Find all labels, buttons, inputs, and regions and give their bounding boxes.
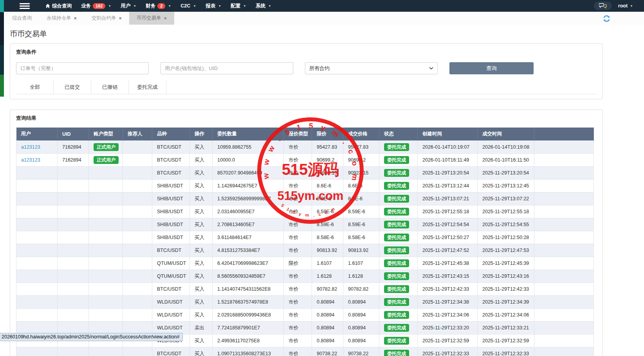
- table-row: WLD/USDT买入2.0291688500999436E8市价0.808940…: [16, 309, 594, 322]
- tab-perpetual-positions[interactable]: 永续持仓单 ✖: [39, 12, 84, 25]
- close-icon[interactable]: ✖: [164, 16, 167, 20]
- close-icon[interactable]: ✖: [74, 16, 77, 20]
- account-type-badge: 正式用户: [94, 156, 119, 164]
- status-badge: 委托完成: [384, 324, 409, 332]
- status-badge: 委托完成: [384, 337, 409, 345]
- messages-button[interactable]: [594, 2, 612, 10]
- table-row: SHIB/USDT买入2.7086134605E7市价8.59E-68.59E-…: [16, 218, 594, 231]
- table-row: SHIB/USDT买入2.0314600955E7市价8.59E-68.59E-…: [16, 205, 594, 218]
- chevron-down-icon: ▼: [218, 4, 221, 8]
- chat-icon: [599, 3, 607, 9]
- refresh-button[interactable]: [603, 15, 610, 24]
- table-row: WLD/USDT卖出7.724185879901E7市价0.808940.808…: [16, 322, 594, 334]
- nav-item-business[interactable]: 业务 182 ▼: [76, 0, 116, 12]
- search-button[interactable]: 查询: [449, 62, 534, 74]
- query-conditions-panel: 查询条件 所有合约 查询 全部 已提交 已撤销 委托完成: [10, 43, 603, 99]
- user-menu[interactable]: root ▼: [618, 3, 633, 9]
- table-row: SHIB/USDT买入3.611484614E7市价8.58E-68.58E-6…: [16, 231, 594, 244]
- nav-item-c2c[interactable]: C2C ▼: [176, 0, 201, 12]
- page-title: 币币交易单: [10, 29, 644, 39]
- status-bar-url: 20260109hd.haiwaiym26.top/admin2025/norm…: [0, 333, 183, 341]
- tab-delivery-contracts[interactable]: 交割合约单 ✖: [84, 12, 129, 25]
- status-badge: 委托完成: [384, 195, 409, 203]
- nav-item-reports[interactable]: 报表 ▼: [201, 0, 226, 12]
- top-navbar: 综合查询 业务 182 ▼ 用户 ▼ 财务 2 ▼ C2C ▼ 报表 ▼ 配置 …: [0, 0, 644, 12]
- chevron-down-icon: ▼: [108, 4, 111, 8]
- chevron-down-icon: ▼: [630, 4, 633, 8]
- refresh-icon: [603, 15, 610, 22]
- table-header-row: 用户 UID 账户类型 推荐人 品种 操作 委托数量 报价类型 限价 成交价格 …: [16, 128, 594, 141]
- chevron-down-icon: [429, 67, 433, 70]
- table-row: a1231237162894正式用户BTC/USDT买入10000.0市价906…: [16, 154, 594, 167]
- status-badge: 委托完成: [384, 182, 409, 190]
- status-badge: 委托完成: [384, 350, 409, 356]
- table-row: BTC/USDT买入1.090713135608273E13市价90738.22…: [16, 347, 594, 356]
- query-conditions-heading: 查询条件: [16, 49, 597, 56]
- tab-spot-orders[interactable]: 币币交易单 ✖: [129, 12, 174, 25]
- status-badge: 委托完成: [384, 298, 409, 306]
- user-link[interactable]: a123123: [21, 157, 40, 163]
- table-row: a1231237162894正式用户BTC/USDT买入10959.886275…: [16, 141, 594, 154]
- chevron-down-icon: ▼: [168, 4, 171, 8]
- status-badge: 委托完成: [384, 156, 409, 164]
- table-row: QTUM/USDT买入8.56055609324859E7市价1.61281.6…: [16, 270, 594, 283]
- status-badge: 委托完成: [384, 246, 409, 254]
- status-badge: 委托完成: [384, 272, 409, 280]
- filter-all[interactable]: 全部: [16, 81, 54, 94]
- finance-count-badge: 2: [157, 3, 165, 9]
- query-results-panel: 查询结果 用户 UID 账户类型 推荐人 品种 操作 委托数量 报价类型 限价 …: [10, 110, 603, 356]
- nav-item-config[interactable]: 配置 ▼: [226, 0, 251, 12]
- orders-table: 用户 UID 账户类型 推荐人 品种 操作 委托数量 报价类型 限价 成交价格 …: [16, 128, 594, 356]
- nav-item-finance[interactable]: 财务 2 ▼: [141, 0, 176, 12]
- status-badge: 委托完成: [384, 143, 409, 151]
- filter-completed[interactable]: 委托完成: [129, 81, 166, 94]
- chevron-down-icon: ▼: [193, 4, 196, 8]
- chevron-down-icon: ▼: [268, 4, 271, 8]
- nav-item-users[interactable]: 用户 ▼: [116, 0, 141, 12]
- table-row: SHIB/USDT买入1.14269442675E7市价8.6E-68.6E-6…: [16, 180, 594, 192]
- nav-item-overview[interactable]: 综合查询: [41, 0, 76, 12]
- close-icon[interactable]: ✖: [119, 16, 122, 20]
- table-row: BTC/USDT买入8570207.904986499市价90923.15909…: [16, 167, 594, 180]
- table-row: SHIB/USDT买入1.5235925689999998E7市价8.6E-68…: [16, 192, 594, 205]
- table-row: WLD/USDT买入1.521876637574978E8市价0.808940.…: [16, 296, 594, 309]
- business-count-badge: 182: [93, 3, 105, 9]
- orders-table-body: a1231237162894正式用户BTC/USDT买入10959.886275…: [16, 141, 594, 356]
- account-type-badge: 正式用户: [94, 143, 119, 151]
- nav-item-system[interactable]: 系统 ▼: [251, 0, 276, 12]
- status-filter-tabs: 全部 已提交 已撤销 委托完成: [16, 81, 597, 94]
- query-results-heading: 查询结果: [16, 115, 597, 122]
- tab-bar: 综合查询 永续持仓单 ✖ 交割合约单 ✖ 币币交易单 ✖: [0, 12, 644, 25]
- chevron-down-icon: ▼: [243, 4, 246, 8]
- chevron-down-icon: ▼: [133, 4, 136, 8]
- hamburger-menu-icon[interactable]: [20, 2, 30, 10]
- filter-cancelled[interactable]: 已撤销: [91, 81, 129, 94]
- username-uid-input[interactable]: [161, 62, 293, 74]
- status-badge: 委托完成: [384, 259, 409, 267]
- status-badge: 委托完成: [384, 221, 409, 228]
- status-badge: 委托完成: [384, 285, 409, 293]
- user-link[interactable]: a123123: [21, 144, 40, 150]
- tab-overview[interactable]: 综合查询: [5, 12, 39, 25]
- table-row: BTC/USDT买入4.815312753384E7市价90813.929081…: [16, 244, 594, 257]
- status-badge: 委托完成: [384, 208, 409, 216]
- status-badge: 委托完成: [384, 311, 409, 319]
- table-row: QTUM/USDT买入6.420417069998623E7限价1.61071.…: [16, 257, 594, 270]
- contract-select[interactable]: 所有合约: [305, 62, 438, 74]
- status-badge: 委托完成: [384, 169, 409, 177]
- table-row: BTC/USDT买入1.1414074754311562E8市价90782.82…: [16, 283, 594, 296]
- home-icon: [45, 4, 50, 8]
- filter-submitted[interactable]: 已提交: [54, 81, 91, 94]
- desktop-edge-strip: [0, 0, 4, 98]
- order-number-input[interactable]: [16, 62, 149, 74]
- status-badge: 委托完成: [384, 234, 409, 241]
